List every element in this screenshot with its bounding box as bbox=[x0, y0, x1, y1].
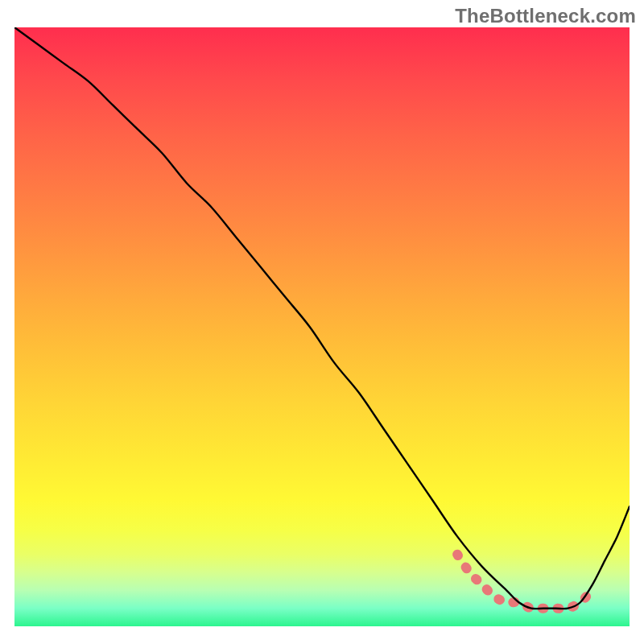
watermark: TheBottleneck.com bbox=[455, 5, 636, 27]
pink-overlay-segment bbox=[457, 555, 586, 609]
chart-container: TheBottleneck.com bbox=[0, 0, 644, 644]
black-curve bbox=[14, 27, 630, 609]
chart-svg bbox=[14, 27, 630, 626]
plot-area bbox=[14, 27, 630, 626]
